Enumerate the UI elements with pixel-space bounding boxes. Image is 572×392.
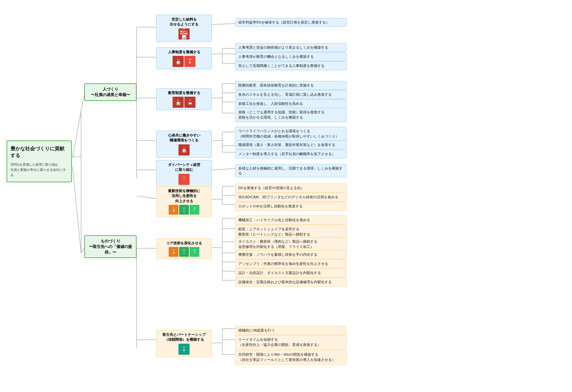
l2-core-label: コア技術を深化させる — [159, 241, 209, 246]
l2-kyuryo-label: 安定した給料を出せるようにする — [159, 17, 209, 27]
leaf-kyoiku4-text: 資格（どこでも通用する知識、技能）取得を推進する資格を活かせる環境、しくみを構築… — [238, 110, 325, 119]
l2-kyoiku-label: 教育制度を整備する — [159, 90, 209, 95]
sdg8-icon: 8働きがい経済成長 📊 — [178, 28, 190, 40]
leaf-core4: 摩擦圧接：ノウハウを蓄積し技術を手の内化する — [235, 250, 346, 259]
sdg12-saishin-icon: 12∞ — [179, 205, 189, 215]
l2-saishin-label: 最新技術を積極的に活用し生産性を向上させる — [159, 188, 209, 204]
leaf-kyoiku2: 各自のスキルを見える化し、育成計画に落し込み推進する — [235, 90, 346, 99]
leaf-saishin3-text: ロボットやAIを活用し自動化を推進する — [238, 204, 303, 208]
sdg13-core-icon: 13🌱 — [190, 247, 199, 257]
leaf-torihiki3-text: 共同研究・開発によりWin－Winの関係を構築する（自社を実証フィールドとして新… — [238, 352, 335, 362]
mind-map-diagram: 豊かな社会づくりに貢献する SDGsを意識した経営に取り組む社員と家族が幸せに暮… — [0, 0, 572, 392]
sdg17-icon: 17⊙ — [178, 344, 190, 355]
sdg5-icon: 5♀ — [178, 174, 190, 185]
root-box: 豊かな社会づくりに貢献する SDGsを意識した経営に取り組む社員と家族が幸せに暮… — [7, 140, 72, 182]
l2-kyuryo: 安定した給料を出せるようにする 8働きがい経済成長 📊 — [156, 15, 212, 42]
leaf-saishin2: 3DCAD/CAM、3Dプリンタなどのデジタル技術の活用を進める — [235, 193, 346, 202]
leaf-jinji2-text: 人事考課が教育の機会となるしくみを構築する — [238, 55, 314, 58]
leaf-shokuba2: 職場環境（暑さ・寒さ対策、重筋作業対策など）を改善する — [235, 140, 346, 149]
svg-line-0 — [73, 111, 81, 157]
leaf-core3: ダイカスト：難形状（薄肉など）製品へ挑戦する金型修理を内製化する（溶接、フライス… — [235, 237, 346, 252]
sdg13-saishin-icon: 13🌱 — [190, 205, 199, 215]
l2-diversity-label: ダイバーシティ経営に取り組む — [159, 162, 209, 172]
sdg-icons-saishin: 9⚙ 12∞ 13🌱 — [159, 205, 209, 215]
l1-hitozukuri: 人づくり〜社員の成長と幸福〜 — [84, 83, 137, 101]
l2-torihiki-label: 取引先とパートナーシップ（信頼関係）を構築する — [159, 332, 209, 342]
leaf-torihiki2: リードタイムを短縮する（生産性向上・協力企業の開拓、育成を推進する） — [235, 335, 346, 350]
sdg-icons-shokuba: 8📊 — [159, 144, 209, 155]
leaf-core7: 設備保全：定期点検および基本的な設備修理を内製化する — [235, 278, 346, 286]
l2-torihiki: 取引先とパートナーシップ（信頼関係）を構築する 17⊙ — [156, 330, 212, 357]
leaf-core6: 設計：治具設計、ダイカスト方案設計を内製化する — [235, 269, 346, 277]
sdg9-core-icon: 9⚙ — [169, 247, 178, 257]
leaf-diversity1: 多様な人材を積極的に雇用し、活躍できる環境・しくみを構築する — [235, 164, 346, 177]
leaf-torihiki1: 積極的にVA提案を行う — [235, 326, 346, 335]
leaf-core7-text: 設備保全：定期点検および基本的な設備修理を内製化する — [238, 280, 332, 284]
leaf-shokuba3-text: メンター制度を導入する（若手社員の離職率を低下させる） — [238, 152, 335, 156]
l1-monozukuri-label: ものづくり〜取引先への「価値の提供」〜 — [88, 238, 133, 255]
leaf-torihiki3: 共同研究・開発によりWin－Winの関係を構築する（自社を実証フィールドとして新… — [235, 350, 346, 365]
leaf-kyoiku1: 階層別教育、固有技術教育を計画的に実施する — [235, 81, 346, 90]
leaf-jinji1: 人事考課と賃金の納得感がより高まるしくみを構築する — [235, 43, 346, 52]
l2-jinji: 人事制度を整備する 8📊 10⬆ — [156, 47, 212, 69]
sdg8-shokuba-icon: 8📊 — [178, 144, 190, 155]
l2-core: コア技術を深化させる 9⚙ 12∞ 13🌱 — [156, 238, 212, 259]
leaf-kyoiku3: 多能工化を推進し、人財流動性を高める — [235, 99, 346, 108]
leaf-shokuba2-text: 職場環境（暑さ・寒さ対策、重筋作業対策など）を改善する — [238, 143, 335, 147]
leaf-core1-text: 機械加工：ハイサイクル化と自動化を進める — [238, 218, 310, 222]
leaf-shokuba1-text: ワークライフバランスがとれる環境をつくる（時間外労働の低減・各種休暇が取得しやす… — [238, 129, 339, 138]
leaf-keijo: 経常利益率5%を確保する（経営計画を策定し推進する） — [235, 18, 346, 27]
l1-hitozukuri-label: 人づくり〜社員の成長と幸福〜 — [88, 87, 133, 98]
leaf-saishin1-text: DXを推進する（経営や現場の見える化） — [238, 186, 304, 190]
leaf-saishin2-text: 3DCAD/CAM、3Dプリンタなどのデジタル技術の活用を進める — [238, 195, 338, 199]
l2-kyoiku: 教育制度を整備する 8📊 4📖 — [156, 88, 212, 110]
sdg-icons-torihiki: 17⊙ — [159, 344, 209, 355]
leaf-core5: アッセンブリ：作業の標準化を進め生産性を向上させる — [235, 259, 346, 268]
svg-line-1 — [73, 167, 81, 253]
leaf-jinji2: 人事考課が教育の機会となるしくみを構築する — [235, 52, 346, 61]
sdg-icons-kyuryo: 8働きがい経済成長 📊 — [159, 28, 209, 40]
root-subtitle: SDGsを意識した経営に取り組む社員と家族が幸せに暮らせる会社にする — [10, 162, 68, 178]
leaf-shokuba3: メンター制度を導入する（若手社員の離職率を低下させる） — [235, 150, 346, 158]
leaf-shokuba1: ワークライフバランスがとれる環境をつくる（時間外労働の低減・各種休暇が取得しやす… — [235, 127, 346, 141]
svg-line-52 — [81, 95, 84, 111]
sdg-icons-jinji: 8📊 10⬆ — [159, 56, 209, 67]
leaf-torihiki1-text: 積極的にVA提案を行う — [238, 328, 275, 332]
root-title: 豊かな社会づくりに貢献する — [10, 145, 68, 159]
sdg8-kyoiku-icon: 8📊 — [173, 97, 184, 108]
leaf-core2: 鍛造：ニアネットシェイプを追究する難形状（ヒートシンクなど）製品へ挑戦する — [235, 225, 346, 239]
sdg8-jinji-icon: 8📊 — [173, 56, 184, 67]
l2-saishin: 最新技術を積極的に活用し生産性を向上させる 9⚙ 12∞ 13🌱 — [156, 186, 212, 217]
leaf-core5-text: アッセンブリ：作業の標準化を進め生産性を向上させる — [238, 262, 328, 266]
l2-shokuba-label: 心身共に働きやすい職場環境をつくる — [159, 133, 209, 143]
leaf-kyoiku3-text: 多能工化を推進し、人財流動性を高める — [238, 102, 303, 106]
leaf-kyoiku1-text: 階層別教育、固有技術教育を計画的に実施する — [238, 83, 314, 87]
leaf-core4-text: 摩擦圧接：ノウハウを蓄積し技術を手の内化する — [238, 253, 317, 256]
sdg12-core-icon: 12∞ — [179, 247, 189, 257]
sdg-icons-kyoiku: 8📊 4📖 — [159, 97, 209, 108]
leaf-core1: 機械加工：ハイサイクル化と自動化を進める — [235, 216, 346, 224]
sdg4-icon: 4📖 — [184, 97, 195, 108]
l1-monozukuri: ものづくり〜取引先への「価値の提供」〜 — [84, 235, 137, 258]
sdg-icons-core: 9⚙ 12∞ 13🌱 — [159, 247, 209, 257]
svg-line-9 — [137, 196, 156, 199]
leaf-saishin3: ロボットやAIを活用し自動化を推進する — [235, 202, 346, 211]
l2-shokuba: 心身共に働きやすい職場環境をつくる 8📊 — [156, 131, 212, 158]
leaf-kyoiku4: 資格（どこでも通用する知識、技能）取得を推進する資格を活かせる環境、しくみを構築… — [235, 108, 346, 122]
svg-line-53 — [81, 248, 84, 253]
leaf-keijo-text: 経常利益率5%を確保する（経営計画を策定し推進する） — [238, 20, 329, 24]
leaf-jinji1-text: 人事考課と賃金の納得感がより高まるしくみを構築する — [238, 45, 328, 49]
leaf-core3-text: ダイカスト：難形状（薄肉など）製品へ挑戦する金型修理を内製化する（溶接、フライス… — [238, 239, 317, 249]
leaf-torihiki2-text: リードタイムを短縮する（生産性向上・協力企業の開拓、育成を推進する） — [238, 337, 321, 347]
leaf-saishin1: DXを推進する（経営や現場の見える化） — [235, 184, 346, 192]
leaf-jinji3: 安心して長期間働くことができる人事制度を整備する — [235, 61, 346, 70]
leaf-kyoiku2-text: 各自のスキルを見える化し、育成計画に落し込み推進する — [238, 92, 332, 96]
leaf-jinji3-text: 安心して長期間働くことができる人事制度を整備する — [238, 64, 325, 68]
svg-line-30 — [212, 169, 235, 170]
sdg9-saishin-icon: 9⚙ — [169, 205, 178, 215]
l2-jinji-label: 人事制度を整備する — [159, 50, 209, 55]
leaf-core2-text: 鍛造：ニアネットシェイプを追究する難形状（ヒートシンクなど）製品へ挑戦する — [238, 227, 310, 236]
leaf-diversity1-text: 多様な人材を積極的に雇用し、活躍できる環境・しくみを構築する — [238, 166, 343, 175]
sdg10-icon: 10⬆ — [184, 56, 195, 67]
l2-diversity: ダイバーシティ経営に取り組む 5♀ — [156, 160, 212, 187]
